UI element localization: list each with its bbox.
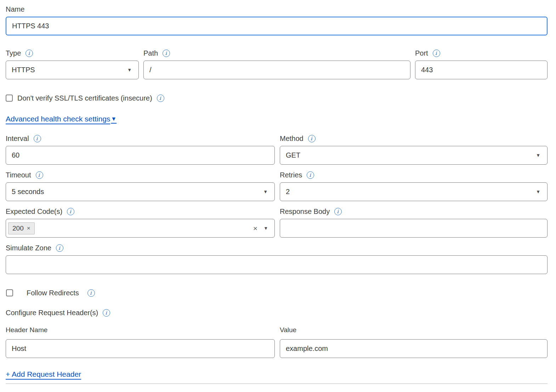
path-label: Path — [143, 49, 158, 57]
field-name: Name — [6, 5, 548, 35]
interval-input[interactable] — [6, 146, 275, 165]
interval-info-icon[interactable]: i — [34, 135, 41, 142]
timeout-select[interactable]: 5 seconds ▼ — [6, 182, 275, 201]
follow-redirects-label: Follow Redirects — [27, 289, 79, 297]
follow-redirects-checkbox[interactable] — [6, 289, 13, 296]
field-method: Method i GET ▼ — [280, 134, 548, 165]
field-retries: Retries i 2 ▼ — [280, 171, 548, 201]
expected-codes-info-icon[interactable]: i — [67, 208, 74, 215]
field-expected-codes: Expected Code(s) i 200 × × ▼ — [6, 207, 275, 238]
add-request-header-link[interactable]: + Add Request Header — [6, 370, 81, 379]
simulate-zone-label: Simulate Zone — [6, 244, 51, 252]
interval-label: Interval — [6, 135, 29, 143]
path-info-icon[interactable]: i — [163, 50, 170, 57]
chevron-down-icon: ▼ — [127, 67, 132, 73]
expected-codes-multiselect[interactable]: 200 × × ▼ — [6, 219, 275, 238]
port-input[interactable] — [415, 61, 548, 79]
header-name-column-label: Header Name — [6, 326, 275, 334]
expected-code-tag: 200 × — [8, 222, 35, 234]
timeout-label: Timeout — [6, 171, 31, 179]
response-body-label: Response Body — [280, 208, 330, 216]
method-select[interactable]: GET ▼ — [280, 146, 548, 165]
timeout-select-value: 5 seconds — [12, 188, 44, 196]
ssl-verify-info-icon[interactable]: i — [157, 95, 164, 102]
ssl-verify-checkbox[interactable] — [6, 95, 13, 102]
header-value-column-label: Value — [280, 326, 548, 334]
simulate-zone-input[interactable] — [6, 255, 548, 274]
port-label: Port — [415, 49, 428, 57]
field-header-value: Value — [280, 326, 548, 358]
field-interval: Interval i — [6, 134, 275, 165]
clear-all-icon[interactable]: × — [253, 224, 257, 233]
collapse-triangle-icon: ▼ — [111, 116, 117, 122]
field-type: Type i HTTPS ▼ — [6, 49, 139, 79]
type-select[interactable]: HTTPS ▼ — [6, 61, 139, 79]
request-headers-section-label: Configure Request Header(s) — [6, 309, 98, 317]
retries-select-value: 2 — [286, 188, 290, 196]
name-input[interactable] — [6, 17, 548, 35]
type-label: Type — [6, 49, 21, 57]
timeout-info-icon[interactable]: i — [36, 171, 43, 179]
chevron-down-icon: ▼ — [536, 153, 540, 158]
field-response-body: Response Body i — [280, 207, 548, 238]
name-label: Name — [6, 5, 24, 13]
expected-codes-label: Expected Code(s) — [6, 208, 62, 216]
chevron-down-icon: ▼ — [536, 189, 540, 194]
field-timeout: Timeout i 5 seconds ▼ — [6, 171, 275, 201]
header-value-input[interactable] — [280, 339, 548, 358]
response-body-input[interactable] — [280, 219, 548, 238]
retries-select[interactable]: 2 ▼ — [280, 182, 548, 201]
expected-code-tag-value: 200 — [12, 225, 24, 232]
chevron-down-icon: ▼ — [263, 189, 268, 194]
port-info-icon[interactable]: i — [433, 50, 440, 57]
follow-redirects-info-icon[interactable]: i — [87, 289, 95, 297]
retries-info-icon[interactable]: i — [307, 171, 314, 179]
type-info-icon[interactable]: i — [25, 50, 33, 57]
field-port: Port i — [415, 49, 548, 79]
ssl-verify-row: Don't verify SSL/TLS certificates (insec… — [6, 94, 548, 102]
request-header-row: Header Name Value — [6, 326, 548, 358]
chevron-down-icon[interactable]: ▼ — [263, 226, 268, 231]
add-request-header-link-text: + Add Request Header — [6, 370, 81, 379]
request-headers-info-icon[interactable]: i — [103, 309, 110, 317]
method-info-icon[interactable]: i — [308, 135, 316, 142]
field-path: Path i — [143, 49, 410, 79]
health-check-form: Name Type i HTTPS ▼ Path i — [0, 0, 556, 392]
remove-tag-icon[interactable]: × — [27, 225, 30, 232]
field-simulate-zone: Simulate Zone i — [6, 244, 548, 274]
ssl-verify-label: Don't verify SSL/TLS certificates (insec… — [17, 94, 152, 102]
advanced-settings-link[interactable]: Advanced health check settings▼ — [6, 115, 117, 123]
header-name-input[interactable] — [6, 339, 275, 358]
section-divider — [6, 384, 548, 384]
advanced-settings-link-text: Advanced health check settings — [6, 115, 110, 123]
method-label: Method — [280, 135, 303, 143]
path-input[interactable] — [143, 61, 410, 79]
field-header-name: Header Name — [6, 326, 275, 358]
simulate-zone-info-icon[interactable]: i — [56, 244, 63, 252]
follow-redirects-row: Follow Redirects i — [6, 289, 548, 297]
response-body-info-icon[interactable]: i — [334, 208, 342, 215]
method-select-value: GET — [286, 151, 300, 159]
type-select-value: HTTPS — [12, 66, 35, 74]
retries-label: Retries — [280, 171, 302, 179]
